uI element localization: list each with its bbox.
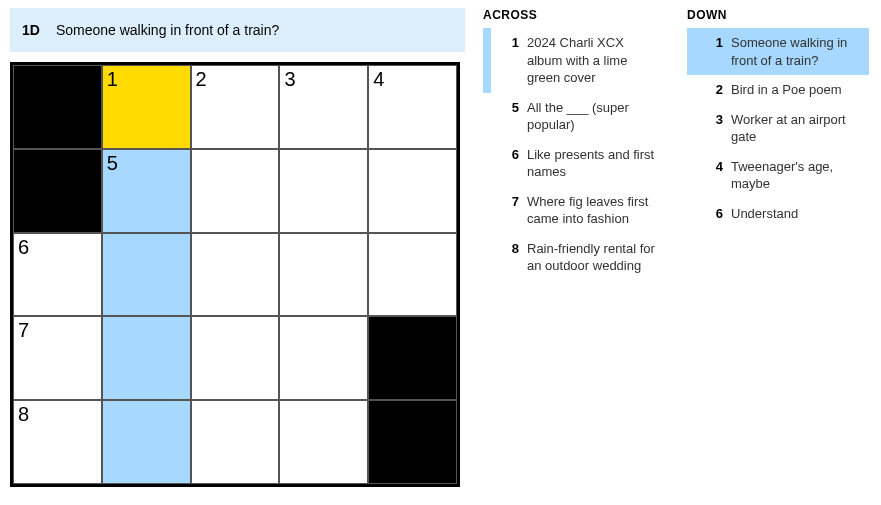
grid-cell[interactable] [191, 149, 280, 233]
clue-number: 1 [501, 34, 519, 87]
clue-item[interactable]: 6Understand [687, 199, 869, 229]
cell-number: 5 [107, 152, 118, 175]
cell-number: 1 [107, 68, 118, 91]
grid-cell[interactable] [102, 316, 191, 400]
grid-cell[interactable] [102, 233, 191, 317]
clue-text: Bird in a Poe poem [731, 81, 842, 99]
grid-cell[interactable]: 4 [368, 65, 457, 149]
grid-cell [368, 316, 457, 400]
clue-text: Worker at an airport gate [731, 111, 863, 146]
grid-cell [13, 149, 102, 233]
clue-text: Rain-friendly rental for an outdoor wedd… [527, 240, 659, 275]
grid-cell[interactable]: 2 [191, 65, 280, 149]
across-title: ACROSS [483, 8, 667, 22]
crossword-grid[interactable]: 12345678 [10, 62, 460, 487]
grid-cell[interactable]: 6 [13, 233, 102, 317]
cell-number: 3 [284, 68, 295, 91]
grid-cell[interactable]: 3 [279, 65, 368, 149]
clue-number: 1 [705, 34, 723, 69]
clue-number: 8 [501, 240, 519, 275]
clue-number: 6 [705, 205, 723, 223]
across-list[interactable]: 12024 Charli XCX album with a lime green… [483, 28, 667, 483]
grid-cell[interactable] [279, 149, 368, 233]
grid-cell[interactable] [279, 233, 368, 317]
clue-number: 2 [705, 81, 723, 99]
clue-item[interactable]: 8Rain-friendly rental for an outdoor wed… [483, 234, 665, 281]
grid-cell[interactable] [279, 400, 368, 484]
across-column: ACROSS 12024 Charli XCX album with a lim… [483, 8, 667, 487]
cell-number: 8 [18, 403, 29, 426]
grid-cell [13, 65, 102, 149]
clue-number: 6 [501, 146, 519, 181]
clue-number: 4 [705, 158, 723, 193]
current-clue-text: Someone walking in front of a train? [56, 22, 279, 38]
clue-item[interactable]: 4Tweenager's age, maybe [687, 152, 869, 199]
clue-item[interactable]: 5All the ___ (super popular) [483, 93, 665, 140]
grid-cell[interactable] [368, 149, 457, 233]
clue-text: Where fig leaves first came into fashion [527, 193, 659, 228]
grid-cell [368, 400, 457, 484]
grid-cell[interactable]: 1 [102, 65, 191, 149]
clue-text: Someone walking in front of a train? [731, 34, 863, 69]
grid-cell[interactable] [102, 400, 191, 484]
clue-text: Understand [731, 205, 798, 223]
cell-number: 6 [18, 236, 29, 259]
clue-item[interactable]: 12024 Charli XCX album with a lime green… [483, 28, 665, 93]
down-title: DOWN [687, 8, 871, 22]
clue-item[interactable]: 7Where fig leaves first came into fashio… [483, 187, 665, 234]
grid-cell[interactable] [191, 400, 280, 484]
grid-cell[interactable]: 5 [102, 149, 191, 233]
clue-number: 7 [501, 193, 519, 228]
grid-cell[interactable] [279, 316, 368, 400]
clue-text: Like presents and first names [527, 146, 659, 181]
clue-number: 3 [705, 111, 723, 146]
grid-cell[interactable]: 7 [13, 316, 102, 400]
grid-cell[interactable] [368, 233, 457, 317]
clue-item[interactable]: 1Someone walking in front of a train? [687, 28, 869, 75]
grid-cell[interactable] [191, 233, 280, 317]
cell-number: 4 [373, 68, 384, 91]
clue-item[interactable]: 3Worker at an airport gate [687, 105, 869, 152]
clue-text: 2024 Charli XCX album with a lime green … [527, 34, 659, 87]
grid-cell[interactable]: 8 [13, 400, 102, 484]
clue-item[interactable]: 6Like presents and first names [483, 140, 665, 187]
cell-number: 7 [18, 319, 29, 342]
clue-text: Tweenager's age, maybe [731, 158, 863, 193]
current-clue-label: 1D [22, 22, 40, 38]
cell-number: 2 [196, 68, 207, 91]
down-column: DOWN 1Someone walking in front of a trai… [687, 8, 871, 487]
grid-cell[interactable] [191, 316, 280, 400]
clue-item[interactable]: 2Bird in a Poe poem [687, 75, 869, 105]
down-list[interactable]: 1Someone walking in front of a train?2Bi… [687, 28, 871, 483]
current-clue-bar: 1D Someone walking in front of a train? [10, 8, 465, 52]
clue-text: All the ___ (super popular) [527, 99, 659, 134]
clue-number: 5 [501, 99, 519, 134]
